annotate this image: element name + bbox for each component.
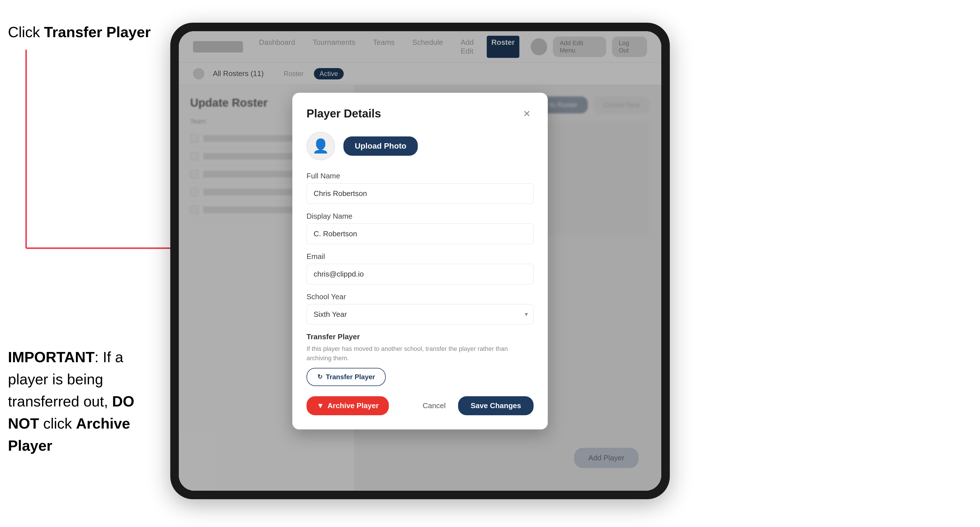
school-year-label: School Year: [307, 292, 534, 301]
photo-upload-row: 👤 Upload Photo: [307, 132, 534, 160]
school-year-select-wrapper: First Year Second Year Third Year Fourth…: [307, 304, 534, 324]
player-details-modal: Player Details ✕ 👤 Upload Photo Full Nam…: [292, 93, 548, 429]
transfer-section-description: If this player has moved to another scho…: [307, 344, 534, 363]
upload-photo-button[interactable]: Upload Photo: [344, 137, 418, 156]
archive-btn-label: Archive Player: [328, 402, 379, 410]
modal-footer: ▼ Archive Player Cancel Save Changes: [307, 396, 534, 415]
school-year-select[interactable]: First Year Second Year Third Year Fourth…: [307, 304, 534, 324]
transfer-player-button[interactable]: ↻ Transfer Player: [307, 368, 386, 386]
full-name-group: Full Name: [307, 171, 534, 204]
email-group: Email: [307, 252, 534, 284]
transfer-section-title: Transfer Player: [307, 332, 534, 341]
archive-player-button[interactable]: ▼ Archive Player: [307, 396, 389, 415]
full-name-input[interactable]: [307, 183, 534, 204]
save-changes-button[interactable]: Save Changes: [458, 396, 534, 415]
school-year-group: School Year First Year Second Year Third…: [307, 292, 534, 324]
modal-title: Player Details: [307, 107, 381, 120]
modal-header: Player Details ✕: [307, 107, 534, 121]
full-name-label: Full Name: [307, 171, 534, 180]
display-name-group: Display Name: [307, 212, 534, 244]
annotation-arrow: [13, 50, 183, 282]
tablet-device: Dashboard Tournaments Teams Schedule Add…: [170, 23, 670, 499]
transfer-player-section: Transfer Player If this player has moved…: [307, 332, 534, 386]
modal-overlay: Player Details ✕ 👤 Upload Photo Full Nam…: [179, 31, 661, 491]
app-background: Dashboard Tournaments Teams Schedule Add…: [179, 31, 661, 491]
email-label: Email: [307, 252, 534, 261]
display-name-input[interactable]: [307, 224, 534, 244]
avatar-circle: 👤: [307, 132, 335, 160]
instruction-bottom: IMPORTANT: If a player is being transfer…: [8, 346, 167, 457]
email-input[interactable]: [307, 264, 534, 284]
cancel-button[interactable]: Cancel: [416, 396, 452, 415]
archive-icon: ▼: [317, 402, 324, 410]
tablet-screen: Dashboard Tournaments Teams Schedule Add…: [179, 31, 661, 491]
transfer-player-btn-label: Transfer Player: [326, 373, 375, 381]
transfer-icon: ↻: [317, 373, 322, 381]
avatar-person-icon: 👤: [312, 138, 329, 154]
display-name-label: Display Name: [307, 212, 534, 221]
modal-close-button[interactable]: ✕: [520, 107, 534, 121]
instruction-top: Click Transfer Player: [8, 23, 151, 42]
